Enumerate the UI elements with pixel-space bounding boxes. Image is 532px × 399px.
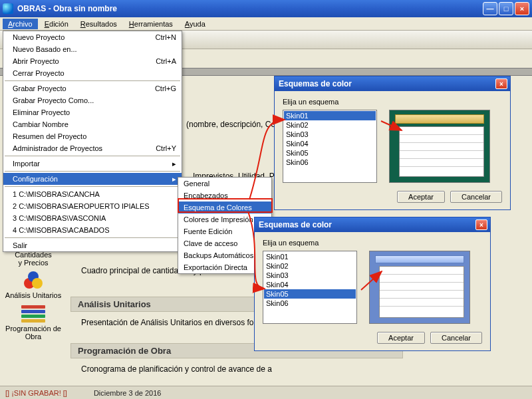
menu-item[interactable]: Cambiar Nombre	[3, 118, 182, 130]
menu-archivo[interactable]: Archivo	[3, 19, 38, 29]
scheme-option[interactable]: Skin02	[264, 261, 356, 271]
dialog-title: Esquemas de color	[257, 220, 475, 229]
color-scheme-dialog-1: Esquemas de color × Elija un esquema Ski…	[274, 76, 511, 210]
submenu-item[interactable]: General	[178, 178, 271, 190]
sidebar-item-analisis[interactable]: Análisis Unitarios	[1, 270, 65, 303]
scheme-option[interactable]: Skin06	[284, 158, 376, 167]
submenu-item[interactable]: Esquema de Colores	[178, 201, 271, 213]
dialog-prompt: Elija un esquema	[263, 239, 482, 247]
cancel-button[interactable]: Cancelar	[430, 332, 482, 344]
window-titlebar: OBRAS - Obra sin nombre — □ ×	[0, 0, 532, 17]
window-title: OBRAS - Obra sin nombre	[17, 4, 483, 13]
color-scheme-dialog-2: Esquemas de color × Elija un esquema Ski…	[254, 217, 491, 351]
scheme-option[interactable]: Skin01	[284, 111, 376, 120]
menu-separator	[5, 237, 180, 238]
menu-item[interactable]: 3 C:\MISOBRAS\VASCONIA	[3, 212, 182, 224]
window-buttons: — □ ×	[483, 2, 529, 15]
menu-ayuda[interactable]: Ayuda	[180, 19, 211, 29]
scheme-preview	[369, 251, 470, 324]
scheme-preview	[389, 110, 490, 183]
close-button[interactable]: ×	[515, 2, 529, 15]
side-nav: Análisis Unitarios Programación de Obra	[1, 270, 65, 344]
accept-button[interactable]: Aceptar	[397, 191, 445, 203]
dialog-close-button[interactable]: ×	[495, 78, 507, 89]
menu-herramientas[interactable]: Herramientas	[124, 19, 178, 29]
submenu-arrow-icon: ▸	[172, 175, 176, 184]
menu-item-label: Abrir Proyecto	[13, 57, 156, 65]
scheme-option[interactable]: Skin03	[264, 271, 356, 280]
sidebar-item-label: Cantidadesy Precios	[5, 251, 61, 267]
cancel-button[interactable]: Cancelar	[450, 191, 502, 203]
menu-shortcut: Ctrl+G	[155, 84, 176, 92]
menu-separator	[5, 156, 180, 156]
menu-item-label: Grabar Proyecto Como...	[13, 96, 176, 104]
menu-item-label: Nuevo Proyecto	[13, 33, 156, 41]
menu-item[interactable]: Grabar Proyecto Como...	[3, 94, 182, 106]
dialog-close-button[interactable]: ×	[475, 219, 487, 230]
menu-item-label: Eliminar Proyecto	[13, 108, 176, 116]
books-icon	[21, 305, 45, 323]
menu-separator	[5, 80, 180, 81]
scheme-option[interactable]: Skin02	[284, 120, 376, 130]
menu-shortcut: Ctrl+Y	[156, 144, 176, 152]
menu-item[interactable]: 2 C:\MISOBRAS\AEROPUERTO IPIALES	[3, 200, 182, 212]
menu-item[interactable]: Configuración▸	[3, 173, 182, 185]
menu-item-label: 4 C:\MISOBRAS\ACABADOS	[13, 226, 176, 234]
menu-item[interactable]: Nuevo ProyectoCtrl+N	[3, 31, 182, 43]
status-bar: [] ¡SIN GRABAR! [] Diciembre 3 de 2016	[0, 386, 532, 399]
section-body: Cronograma de planificación y control de…	[81, 364, 272, 374]
sidebar-item-label: Programación de Obra	[1, 325, 65, 340]
menu-item[interactable]: 4 C:\MISOBRAS\ACABADOS	[3, 224, 182, 236]
balls-icon	[21, 271, 45, 290]
scheme-option[interactable]: Skin06	[264, 299, 356, 308]
accept-button[interactable]: Aceptar	[377, 332, 425, 344]
scheme-option[interactable]: Skin05	[284, 148, 376, 158]
dialog-title: Esquemas de color	[277, 79, 495, 88]
menu-item-label: 1 C:\MISOBRAS\CANCHA	[13, 190, 176, 198]
menu-item[interactable]: Administrador de ProyectosCtrl+Y	[3, 142, 182, 154]
minimize-button[interactable]: —	[483, 2, 497, 15]
menu-item-label: Resumen del Proyecto	[13, 132, 176, 140]
scheme-option[interactable]: Skin04	[264, 280, 356, 289]
scheme-option[interactable]: Skin03	[284, 130, 376, 139]
submenu-arrow-icon: ▸	[172, 160, 176, 168]
menu-item[interactable]: Abrir ProyectoCtrl+A	[3, 55, 182, 67]
status-date: Diciembre 3 de 2016	[94, 389, 162, 397]
menu-resultados[interactable]: Resultados	[75, 19, 122, 29]
scheme-option[interactable]: Skin04	[284, 139, 376, 148]
menu-shortcut: Ctrl+N	[156, 33, 176, 41]
dialog-titlebar: Esquemas de color ×	[275, 76, 510, 91]
menu-item[interactable]: Resumen del Proyecto	[3, 130, 182, 142]
submenu-item[interactable]: Encabezados	[178, 190, 271, 201]
sidebar-item-label: Análisis Unitarios	[1, 291, 65, 299]
menu-item[interactable]: 1 C:\MISOBRAS\CANCHA	[3, 188, 182, 200]
sidebar-item-programacion[interactable]: Programación de Obra	[1, 303, 65, 344]
menu-item-label: 3 C:\MISOBRAS\VASCONIA	[13, 214, 176, 222]
menu-item[interactable]: Cerrar Proyecto	[3, 67, 182, 79]
dialog-prompt: Elija un esquema	[283, 98, 502, 106]
menu-edición[interactable]: Edición	[39, 19, 74, 29]
menu-separator	[5, 171, 180, 172]
menu-item[interactable]: Eliminar Proyecto	[3, 106, 182, 118]
scheme-option[interactable]: Skin01	[264, 252, 356, 261]
menu-shortcut: Ctrl+A	[156, 57, 176, 65]
menu-item-label: Nuevo Basado en...	[13, 45, 176, 53]
menu-item-label: Cerrar Proyecto	[13, 69, 176, 77]
menu-item[interactable]: Importar▸	[3, 158, 182, 170]
menu-item-label: Salir	[13, 241, 176, 249]
menu-item-label: Importar	[13, 160, 172, 168]
menu-item-label: Configuración	[13, 175, 172, 183]
app-icon	[3, 3, 13, 14]
file-menu-dropdown: Nuevo ProyectoCtrl+NNuevo Basado en...Ab…	[3, 31, 182, 252]
scheme-listbox[interactable]: Skin01Skin02Skin03Skin04Skin05Skin06	[263, 251, 357, 324]
menu-item-label: Grabar Proyecto	[13, 84, 155, 92]
scheme-listbox[interactable]: Skin01Skin02Skin03Skin04Skin05Skin06	[283, 110, 377, 183]
menu-item-label: Cambiar Nombre	[13, 120, 176, 128]
menu-item[interactable]: Nuevo Basado en...	[3, 43, 182, 55]
menu-item-label: Administrador de Proyectos	[13, 144, 156, 152]
menu-separator	[5, 186, 180, 187]
maximize-button[interactable]: □	[499, 2, 513, 15]
menu-item[interactable]: Grabar ProyectoCtrl+G	[3, 82, 182, 94]
menu-item[interactable]: Salir	[3, 239, 182, 251]
scheme-option[interactable]: Skin05	[264, 289, 356, 299]
